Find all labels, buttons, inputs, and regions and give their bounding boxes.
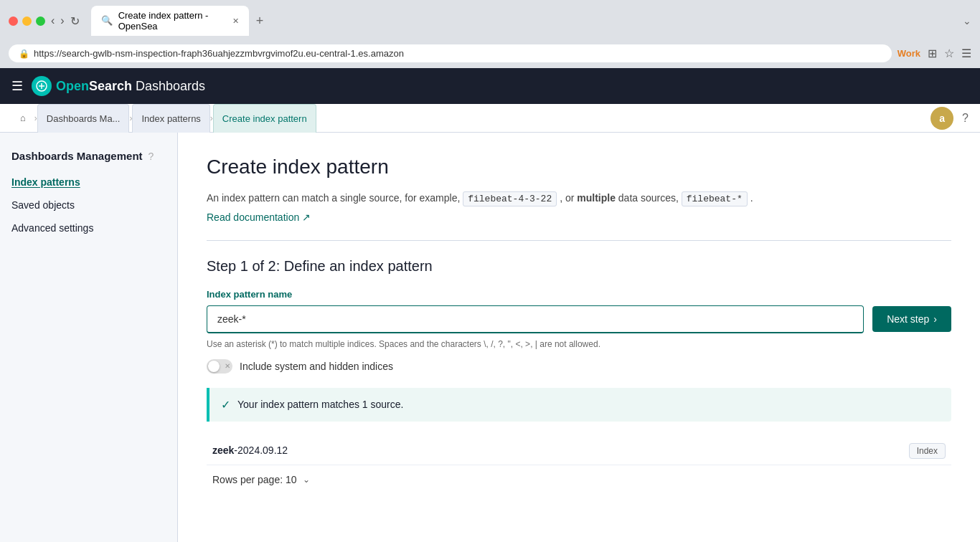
pagination-chevron-icon: ⌄ [303,475,310,485]
breadcrumb-create-index-pattern[interactable]: Create index pattern [213,104,316,133]
system-indices-toggle[interactable]: ✕ [207,359,232,374]
main-layout: Dashboards Management ? Index patterns S… [0,133,980,542]
address-bar-row: 🔒 https://search-gwlb-nsm-inspection-fra… [0,42,980,68]
logo-open: Open [56,79,89,93]
address-bar[interactable]: 🔒 https://search-gwlb-nsm-inspection-fra… [9,44,892,62]
breadcrumb-home[interactable]: ⌂ [11,104,34,133]
input-row: Next step › [207,305,951,333]
desc-part-1: An index pattern can match a single sour… [207,192,460,204]
minimize-button[interactable] [22,16,32,26]
breadcrumb-dashboards-management[interactable]: Dashboards Ma... [37,104,130,133]
browser-chrome: ‹ › ↻ 🔍 Create index pattern - OpenSea ✕… [0,0,980,42]
bold-multiple: multiple [577,192,616,204]
result-badge-cell: Index [685,436,951,465]
description-text: An index pattern can match a single sour… [207,190,951,207]
desc-part-3: data sources, [618,192,679,204]
user-avatar[interactable]: a [930,107,953,130]
toggle-track: ✕ [207,359,232,374]
next-step-button[interactable]: Next step › [872,306,951,332]
code-example-1: filebeat-4-3-22 [463,191,557,206]
table-row: zeek-2024.09.12 Index [207,436,951,465]
toggle-row: ✕ Include system and hidden indices [207,359,951,374]
new-tab-button[interactable]: + [252,14,268,29]
tab-close-button[interactable]: ✕ [232,16,239,26]
result-badge: Index [909,443,946,459]
index-pattern-input[interactable] [207,305,864,333]
code-example-2: filebeat-* [682,191,748,206]
maximize-button[interactable] [36,16,45,26]
hint-text: Use an asterisk (*) to match multiple in… [207,339,951,349]
home-icon: ⌂ [20,113,26,123]
active-tab[interactable]: 🔍 Create index pattern - OpenSea ✕ [91,6,249,36]
read-documentation-link[interactable]: Read documentation ↗ [207,211,311,223]
app-header: ☰ OpenSearch Dashboards [0,68,980,104]
success-banner: ✓ Your index pattern matches 1 source. [207,388,951,422]
sidebar-item-saved-objects[interactable]: Saved objects [0,194,177,217]
desc-part-4: . [750,192,753,204]
sidebar-item-index-patterns[interactable]: Index patterns [0,171,177,194]
breadcrumb-right-actions: a ? [930,107,969,130]
close-button[interactable] [9,16,18,26]
result-name: zeek-2024.09.12 [207,436,685,465]
breadcrumb-index-patterns[interactable]: Index patterns [132,104,209,133]
result-name-rest: -2024.09.12 [234,444,288,456]
sidebar: Dashboards Management ? Index patterns S… [0,133,178,542]
menu-icon[interactable]: ☰ [961,47,971,60]
tab-title: Create index pattern - OpenSea [118,10,224,32]
reload-button[interactable]: ↻ [70,14,80,28]
toolbar-right: Work ⊞ ☆ ☰ [897,47,971,60]
page-title: Create index pattern [207,156,951,179]
sidebar-item-advanced-settings[interactable]: Advanced settings [0,217,177,239]
results-table: zeek-2024.09.12 Index [207,436,951,465]
sidebar-title-text: Dashboards Management [11,150,143,162]
back-button[interactable]: ‹ [51,14,55,27]
toggle-thumb [208,361,220,372]
success-text: Your index pattern matches 1 source. [237,399,403,410]
field-label: Index pattern name [207,289,951,300]
extensions-icon[interactable]: ⊞ [928,47,937,60]
bookmark-icon[interactable]: ☆ [944,47,954,60]
content-area: Create index pattern An index pattern ca… [178,133,980,542]
sidebar-help-icon[interactable]: ? [149,151,154,162]
next-step-label: Next step [887,313,929,325]
logo-text: OpenSearch Dashboards [56,79,205,94]
external-link-icon: ↗ [302,211,311,223]
next-step-arrow-icon: › [933,313,937,325]
browser-right-icons: ⌄ [963,15,971,27]
desc-part-2: , or [560,192,574,204]
browser-nav-controls: ‹ › ↻ [51,14,80,28]
logo-search: Search [89,79,132,93]
breadcrumb-create-label: Create index pattern [222,113,307,124]
help-icon[interactable]: ? [962,112,969,125]
logo-dashboards: Dashboards [132,79,205,93]
step-title: Step 1 of 2: Define an index pattern [207,258,951,275]
success-checkmark-icon: ✓ [221,398,230,412]
pagination-row[interactable]: Rows per page: 10 ⌄ [207,465,951,494]
breadcrumb-index-patterns-label: Index patterns [141,113,200,124]
section-divider [207,240,951,241]
tab-bar: 🔍 Create index pattern - OpenSea ✕ + [91,6,957,36]
work-badge: Work [897,48,920,59]
traffic-lights [9,16,45,26]
breadcrumb-bar: ⌂ › Dashboards Ma... › Index patterns › … [0,104,980,133]
tab-favicon: 🔍 [101,15,113,27]
breadcrumb-dashboards-label: Dashboards Ma... [47,113,121,124]
toggle-label: Include system and hidden indices [240,361,393,372]
logo-icon [32,76,52,96]
pagination-label: Rows per page: 10 [212,474,297,485]
result-name-bold: zeek [212,444,234,456]
read-doc-label: Read documentation [207,211,299,223]
tabs-dropdown-icon[interactable]: ⌄ [963,15,971,27]
sidebar-nav: Index patterns Saved objects Advanced se… [0,171,177,239]
app-logo: OpenSearch Dashboards [32,76,205,96]
lock-icon: 🔒 [19,49,29,59]
forward-button[interactable]: › [60,14,64,27]
hamburger-menu[interactable]: ☰ [11,78,23,94]
sidebar-title: Dashboards Management ? [0,144,177,171]
address-text: https://search-gwlb-nsm-inspection-fraph… [34,48,404,59]
toggle-off-icon: ✕ [225,362,230,370]
